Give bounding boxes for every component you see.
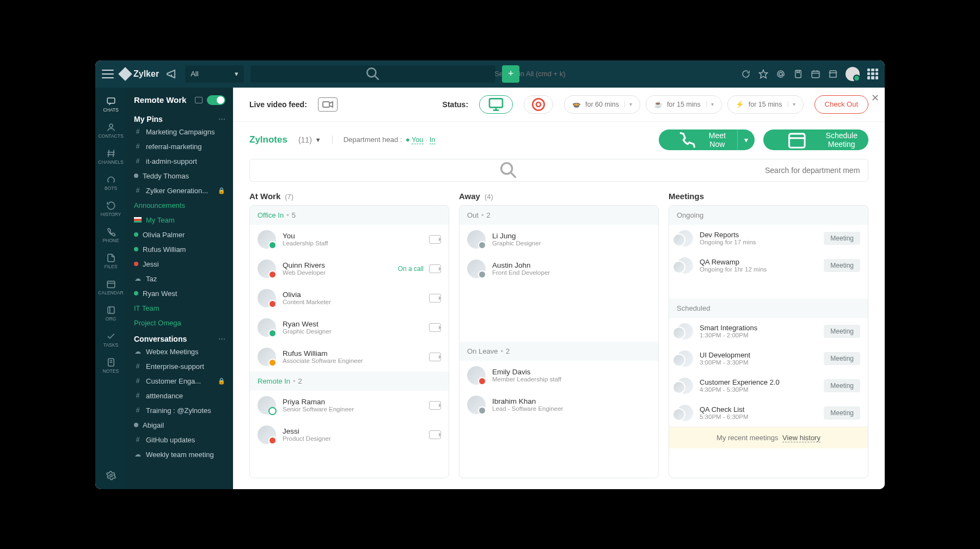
- rail-bots[interactable]: BOTS: [95, 172, 126, 193]
- view-history-link[interactable]: View history: [782, 434, 820, 442]
- person-row[interactable]: OliviaContent Marketer: [250, 283, 449, 313]
- meeting-row[interactable]: QA Check List5:30PM - 6:30PMMeeting: [669, 399, 868, 427]
- meeting-join-button[interactable]: Meeting: [824, 379, 860, 392]
- meeting-join-button[interactable]: Meeting: [824, 406, 860, 420]
- meeting-row[interactable]: QA RewampOngoing for 1hr 12 minsMeeting: [669, 252, 868, 279]
- rail-tasks[interactable]: TASKS: [95, 329, 126, 350]
- rail-channels[interactable]: CHANNELS: [95, 146, 126, 167]
- status-location[interactable]: [524, 95, 553, 114]
- checkout-button[interactable]: Check Out: [814, 95, 868, 114]
- status-timer[interactable]: 🍲for 60 mins▾: [564, 95, 640, 114]
- sidebar-item[interactable]: #GitHub updates: [126, 433, 233, 447]
- camera-icon[interactable]: [429, 264, 441, 273]
- person-row[interactable]: Emily DavisMember Leadership staff: [460, 361, 658, 390]
- meeting-row[interactable]: Smart Integrations1:30PM - 2:00PMMeeting: [669, 318, 868, 345]
- camera-toggle[interactable]: [318, 97, 338, 112]
- camera-icon[interactable]: [429, 353, 441, 361]
- pins-more[interactable]: ⋯: [218, 115, 225, 123]
- star-icon[interactable]: [758, 69, 768, 79]
- meet-now-button[interactable]: Meet Now: [659, 129, 737, 150]
- sidebar-item[interactable]: ☁Taz: [126, 272, 233, 286]
- person-row[interactable]: Priya RamanSenior Software Engineer: [250, 391, 449, 420]
- remote-toggle[interactable]: [207, 95, 225, 105]
- mention-icon[interactable]: [776, 69, 786, 79]
- person-row[interactable]: Ibrahim KhanLead - Software Engineer: [460, 390, 658, 420]
- sidebar-item[interactable]: #it-admin-support: [126, 154, 233, 169]
- rail-chats[interactable]: CHATS: [95, 94, 126, 115]
- rail-calendar[interactable]: CALENDAR: [95, 277, 126, 298]
- dept-search[interactable]: [249, 159, 868, 182]
- sidebar-item[interactable]: Teddy Thomas: [126, 169, 233, 183]
- status-desktop[interactable]: [479, 95, 513, 114]
- camera-icon[interactable]: [429, 294, 441, 303]
- apps-grid-icon[interactable]: [867, 69, 878, 79]
- meet-now-dropdown[interactable]: ▾: [737, 129, 755, 150]
- meeting-row[interactable]: Dev ReportsOngoing for 17 minsMeeting: [669, 225, 868, 252]
- bookmark-icon[interactable]: [793, 69, 803, 79]
- sidebar-item[interactable]: #atttendance: [126, 388, 233, 403]
- sidebar-myteam[interactable]: My Team: [126, 213, 233, 227]
- lock-icon: 🔒: [218, 187, 225, 194]
- status-timer[interactable]: ⚡for 15 mins▾: [727, 95, 804, 114]
- meeting-row[interactable]: UI Development3:00PM - 3:30PMMeeting: [669, 345, 868, 372]
- rail-notes[interactable]: NOTES: [95, 355, 126, 376]
- person-row[interactable]: Austin JohnFront End Developer: [460, 254, 658, 283]
- sidebar-itteam[interactable]: IT Team: [126, 301, 233, 316]
- rail-org[interactable]: ORG: [95, 303, 126, 324]
- meeting-join-button[interactable]: Meeting: [824, 325, 860, 338]
- rail-history[interactable]: HISTORY: [95, 199, 126, 219]
- global-search[interactable]: [250, 65, 495, 83]
- meeting-join-button[interactable]: Meeting: [824, 232, 860, 245]
- meeting-join-button[interactable]: Meeting: [824, 259, 860, 272]
- meeting-row[interactable]: Customer Experience 2.04:30PM - 5:30PMMe…: [669, 372, 868, 399]
- person-row[interactable]: Ryan WestGraphic Designer: [250, 313, 449, 342]
- chevron-down-icon[interactable]: ▾: [788, 101, 795, 107]
- sidebar-item[interactable]: Olivia Palmer: [126, 227, 233, 242]
- sidebar-announcements[interactable]: Announcements: [126, 198, 233, 213]
- conversations-more[interactable]: ⋯: [218, 335, 225, 343]
- camera-icon[interactable]: [429, 430, 441, 439]
- sidebar-item[interactable]: #referral-marketing: [126, 139, 233, 154]
- sidebar-item[interactable]: #Marketing Campaigns: [126, 125, 233, 139]
- rail-phone[interactable]: PHONE: [95, 225, 126, 245]
- person-row[interactable]: JessiProduct Designer: [250, 420, 449, 449]
- person-row[interactable]: YouLeadership Staff: [250, 225, 449, 254]
- live-feed-label: Live video feed:: [249, 100, 307, 109]
- schedule-meeting-button[interactable]: Schedule Meeting: [763, 129, 868, 150]
- chevron-down-icon[interactable]: ▾: [706, 101, 714, 107]
- sidebar-item[interactable]: Rufus William: [126, 242, 233, 257]
- meeting-join-button[interactable]: Meeting: [824, 352, 860, 365]
- status-timer[interactable]: ☕for 15 mins▾: [646, 95, 722, 114]
- sidebar-item[interactable]: #Training : @Zylnotes: [126, 403, 233, 418]
- camera-icon[interactable]: [429, 401, 441, 410]
- close-icon[interactable]: ✕: [871, 92, 879, 104]
- person-row[interactable]: Rufus WilliamAssociate Software Engineer: [250, 342, 449, 372]
- sidebar-omega[interactable]: Project Omega: [126, 316, 233, 330]
- rail-files[interactable]: FILES: [95, 251, 126, 272]
- menu-toggle[interactable]: [102, 70, 114, 78]
- sidebar-item[interactable]: Jessi: [126, 257, 233, 272]
- rail-settings[interactable]: [95, 468, 126, 483]
- camera-icon[interactable]: [429, 235, 441, 244]
- person-row[interactable]: Quinn RiversWeb DeveloperOn a call: [250, 254, 449, 283]
- search-filter-select[interactable]: All ▾: [185, 65, 244, 83]
- person-row[interactable]: Li JungGraphic Designer: [460, 225, 658, 254]
- chevron-down-icon[interactable]: ▾: [624, 101, 632, 107]
- profile-avatar[interactable]: [846, 67, 860, 81]
- store-icon[interactable]: [828, 69, 838, 79]
- sidebar-item[interactable]: ☁Weekly team meeting: [126, 447, 233, 462]
- sidebar-item[interactable]: #Enterprise-support: [126, 359, 233, 374]
- sidebar-item[interactable]: ☁Webex Meetings: [126, 344, 233, 359]
- sidebar-item[interactable]: Ryan West: [126, 286, 233, 301]
- dept-search-input[interactable]: [765, 166, 860, 175]
- calendar-icon[interactable]: [811, 69, 820, 79]
- new-button[interactable]: +: [502, 65, 519, 83]
- dept-dropdown[interactable]: ▼: [315, 137, 321, 143]
- camera-icon[interactable]: [429, 323, 441, 332]
- sidebar-item[interactable]: #Customer Enga...🔒: [126, 374, 233, 388]
- megaphone-icon[interactable]: [166, 67, 179, 81]
- rail-contacts[interactable]: CONTACTS: [95, 120, 126, 141]
- sidebar-item[interactable]: #Zylker Generation...🔒: [126, 183, 233, 198]
- sidebar-item[interactable]: Abigail: [126, 418, 233, 433]
- refresh-icon[interactable]: [741, 69, 751, 79]
